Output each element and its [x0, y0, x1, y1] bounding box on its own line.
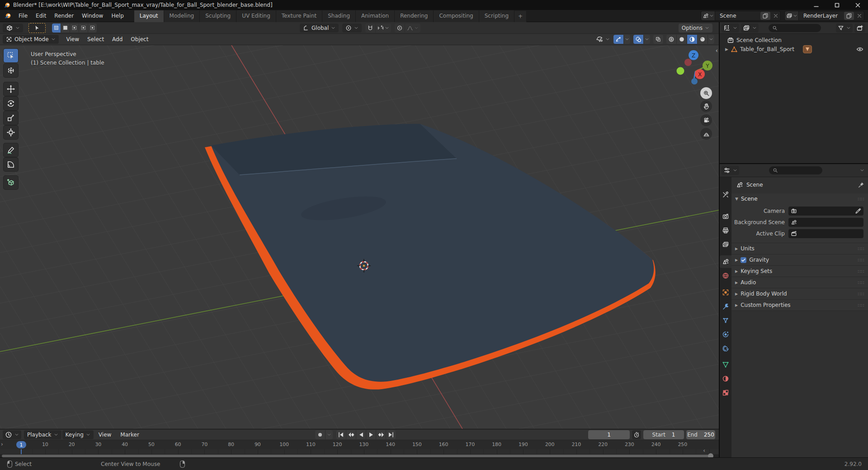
show-gizmo-button[interactable]: [613, 35, 624, 44]
expand-arrow-icon[interactable]: ▶: [725, 47, 728, 52]
current-frame-field[interactable]: 1: [588, 430, 630, 439]
snap-toggle-button[interactable]: [365, 24, 376, 33]
tool-rotate-button[interactable]: [4, 97, 18, 110]
select-mode-edge-button[interactable]: [61, 24, 70, 33]
menu-edit[interactable]: Edit: [32, 11, 50, 20]
timeline-expand-arrow[interactable]: ›: [1, 441, 3, 447]
select-mode-island-button[interactable]: [88, 24, 97, 33]
jump-to-end-button[interactable]: [386, 430, 396, 439]
camera-field[interactable]: [788, 207, 863, 216]
prev-keyframe-button[interactable]: [346, 430, 356, 439]
nav-pan-button[interactable]: [700, 100, 712, 112]
add-workspace-button[interactable]: +: [514, 11, 527, 22]
timeline-menu-keying[interactable]: Keying: [62, 430, 94, 439]
view-layer-new-button[interactable]: [844, 12, 854, 20]
visibility-dropdown[interactable]: [594, 35, 610, 44]
tool-scale-button[interactable]: [4, 111, 18, 125]
next-keyframe-button[interactable]: [376, 430, 386, 439]
autokey-dropdown[interactable]: [326, 430, 333, 439]
properties-tab-view-layer[interactable]: [720, 238, 731, 251]
show-overlays-button[interactable]: [633, 35, 644, 44]
scene-name[interactable]: Scene: [715, 13, 760, 19]
nav-zoom-button[interactable]: [700, 87, 712, 99]
scene-unlink-button[interactable]: [771, 12, 780, 20]
workspace-tab-shading[interactable]: Shading: [322, 10, 356, 22]
proportional-edit-button[interactable]: [395, 24, 405, 33]
properties-tab-output[interactable]: [720, 224, 731, 237]
panel-audio[interactable]: ▶Audio∷∷: [731, 277, 868, 288]
panel-custom-properties[interactable]: ▶Custom Properties∷∷: [731, 300, 868, 311]
panel-drag-dots[interactable]: ∷∷: [858, 269, 864, 274]
select-mode-vertex-button[interactable]: [52, 24, 61, 33]
workspace-tab-uv-editing[interactable]: UV Editing: [236, 10, 276, 22]
timeline-menu-marker[interactable]: Marker: [116, 430, 143, 439]
frame-start-field[interactable]: Start1: [643, 430, 684, 439]
properties-tab-texture[interactable]: [720, 386, 731, 399]
timeline-menu-playback[interactable]: Playback: [24, 430, 61, 439]
use-preview-range-button[interactable]: [632, 430, 641, 439]
panel-drag-dots[interactable]: ∷∷: [858, 303, 864, 308]
properties-tab-object-data[interactable]: [720, 358, 731, 371]
scene-new-button[interactable]: [760, 12, 770, 20]
menu-help[interactable]: Help: [107, 11, 127, 20]
panel-drag-dots[interactable]: ∷∷: [858, 280, 864, 285]
workspace-tab-texture-paint[interactable]: Texture Paint: [276, 10, 322, 22]
object-row[interactable]: ▶ Table_for_Ball_Sport: [720, 45, 868, 54]
properties-tab-render[interactable]: [720, 210, 731, 223]
properties-editor-type-button[interactable]: [722, 166, 739, 175]
minimize-button[interactable]: [806, 0, 826, 10]
active-tool-button[interactable]: [28, 23, 46, 33]
viewport-3d[interactable]: Global: [0, 22, 719, 429]
workspace-tab-layout[interactable]: Layout: [134, 10, 164, 22]
nav-ortho-button[interactable]: [700, 128, 712, 140]
tool-select-box-button[interactable]: [4, 49, 18, 62]
toggle-xray-button[interactable]: [653, 35, 663, 44]
gizmo-x-neg-axis[interactable]: [684, 59, 692, 66]
properties-tab-physics[interactable]: [720, 328, 731, 341]
viewport-menu-add[interactable]: Add: [108, 35, 127, 44]
mode-selector[interactable]: Object Mode: [3, 35, 59, 44]
pin-icon[interactable]: [858, 182, 864, 188]
panel-drag-dots[interactable]: ∷∷: [858, 291, 864, 296]
panel-units[interactable]: ▶Units∷∷: [731, 243, 868, 254]
timeline-editor-type-button[interactable]: [3, 430, 21, 439]
properties-tab-scene[interactable]: [720, 255, 731, 268]
hide-viewport-toggle[interactable]: [856, 46, 863, 53]
frame-end-field[interactable]: End250: [686, 430, 715, 439]
workspace-tab-animation[interactable]: Animation: [356, 10, 395, 22]
menu-render[interactable]: Render: [50, 11, 78, 20]
properties-tab-particles[interactable]: [720, 314, 731, 327]
workspace-tab-rendering[interactable]: Rendering: [395, 10, 434, 22]
properties-tab-object[interactable]: [720, 286, 731, 299]
panel-drag-dots[interactable]: ∷∷: [858, 197, 864, 202]
outliner-display-mode-button[interactable]: [741, 24, 759, 33]
shading-rendered-button[interactable]: [698, 35, 708, 44]
tool-transform-button[interactable]: [4, 126, 18, 139]
properties-tab-constraints[interactable]: [720, 342, 731, 355]
outliner-filter-button[interactable]: [836, 24, 853, 33]
new-collection-button[interactable]: [854, 24, 865, 33]
scene-panel-header[interactable]: ▼ Scene ∷∷: [731, 193, 868, 204]
outliner-search[interactable]: [769, 24, 821, 32]
properties-tab-modifiers[interactable]: [720, 300, 731, 313]
workspace-tab-modeling[interactable]: Modeling: [164, 10, 200, 22]
nav-camera-button[interactable]: [700, 114, 712, 126]
shading-material-button[interactable]: [687, 35, 698, 44]
tool-annotate-button[interactable]: [4, 143, 18, 157]
timeline-collapse-arrow[interactable]: ‹: [703, 447, 705, 454]
workspace-tab-scripting[interactable]: Scripting: [479, 10, 514, 22]
select-mode-face2-button[interactable]: [79, 24, 88, 33]
properties-tab-material[interactable]: [720, 372, 731, 385]
panel-keying-sets[interactable]: ▶Keying Sets∷∷: [731, 266, 868, 277]
close-button[interactable]: [847, 0, 868, 10]
gizmo-z-neg-axis[interactable]: [691, 78, 698, 85]
play-button[interactable]: [366, 430, 376, 439]
current-frame-badge[interactable]: 1: [16, 441, 26, 448]
proportional-falloff-button[interactable]: [405, 24, 420, 33]
view-layer-name[interactable]: RenderLayer: [799, 13, 844, 19]
workspace-tab-sculpting[interactable]: Sculpting: [200, 10, 236, 22]
properties-tab-world[interactable]: [720, 269, 731, 282]
timeline-tracks[interactable]: [0, 449, 719, 454]
menu-window[interactable]: Window: [78, 11, 107, 20]
gravity-checkbox[interactable]: [741, 257, 746, 263]
